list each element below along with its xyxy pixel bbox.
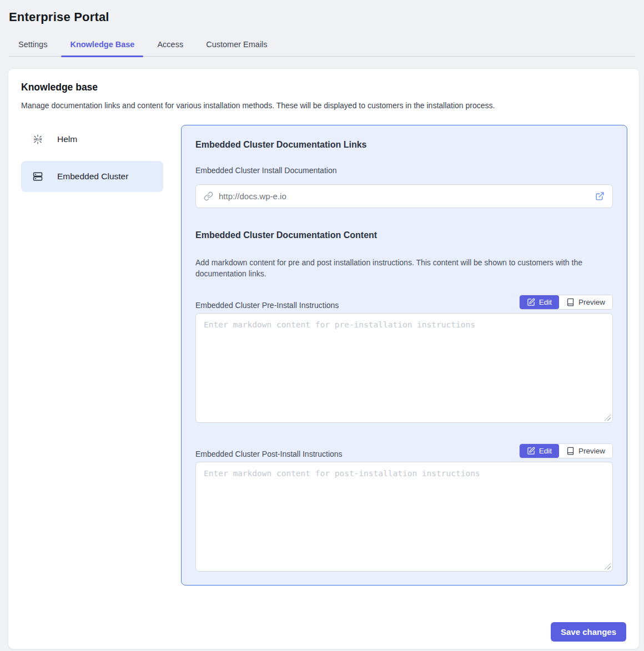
post-install-edit-button[interactable]: Edit [520,444,559,458]
edit-button-label: Edit [539,298,552,306]
pre-install-mode-toggle: Edit Preview [519,295,613,310]
post-install-textarea-wrap [195,462,613,572]
save-changes-button[interactable]: Save changes [551,622,626,642]
preview-button-label: Preview [578,298,605,306]
install-doc-label: Embedded Cluster Install Documentation [195,166,613,175]
card-subtitle: Manage documentation links and content f… [21,101,627,110]
pre-install-edit-button[interactable]: Edit [520,295,559,309]
sidebar-item-embedded-cluster[interactable]: Embedded Cluster [21,161,163,192]
post-install-label: Embedded Cluster Post-Install Instructio… [195,450,343,458]
external-link-icon [595,191,605,201]
book-icon [566,447,575,455]
card-footer: Save changes [21,622,627,642]
sidebar-item-label: Helm [57,134,77,144]
pre-install-label: Embedded Cluster Pre-Install Instruction… [195,301,339,310]
tab-access[interactable]: Access [148,34,192,56]
pre-install-textarea-wrap [195,313,613,423]
edit-icon [527,447,535,455]
link-icon [204,191,213,201]
content-section-description: Add markdown content for pre and post in… [195,257,613,280]
edit-button-label: Edit [539,447,552,455]
pre-install-preview-button[interactable]: Preview [559,295,612,309]
app-title: Enterprise Portal [9,10,635,24]
install-doc-field [195,184,613,208]
helm-icon: HELM [32,134,43,145]
post-install-preview-button[interactable]: Preview [559,444,612,458]
book-icon [566,298,575,306]
page-header: Enterprise Portal Settings Knowledge Bas… [0,0,644,57]
sidebar-item-helm[interactable]: HELM Helm [21,125,163,153]
pre-install-textarea[interactable] [195,313,613,423]
card-title: Knowledge base [21,82,627,93]
embedded-cluster-panel: Embedded Cluster Documentation Links Emb… [181,125,627,586]
tab-settings[interactable]: Settings [9,34,56,56]
install-doc-input[interactable] [219,191,593,201]
content-section-title: Embedded Cluster Documentation Content [195,230,613,240]
sidebar-item-label: Embedded Cluster [57,171,128,181]
tab-bar: Settings Knowledge Base Access Customer … [9,34,635,57]
post-install-mode-toggle: Edit Preview [519,443,613,458]
links-section-title: Embedded Cluster Documentation Links [195,140,613,150]
install-method-sidebar: HELM Helm Embedded Cluster [21,125,163,586]
svg-text:HELM: HELM [34,137,42,140]
post-install-textarea[interactable] [195,462,613,572]
preview-button-label: Preview [578,447,605,455]
edit-icon [527,298,535,306]
knowledge-base-card: Knowledge base Manage documentation link… [8,68,640,649]
post-install-label-row: Embedded Cluster Post-Install Instructio… [195,443,613,458]
pre-install-label-row: Embedded Cluster Pre-Install Instruction… [195,295,613,310]
content-row: HELM Helm Embedded Cluster Embedde [21,125,627,586]
open-link-button[interactable] [593,189,607,203]
tab-customer-emails[interactable]: Customer Emails [197,34,276,56]
server-icon [32,171,43,182]
tab-knowledge-base[interactable]: Knowledge Base [61,34,143,56]
